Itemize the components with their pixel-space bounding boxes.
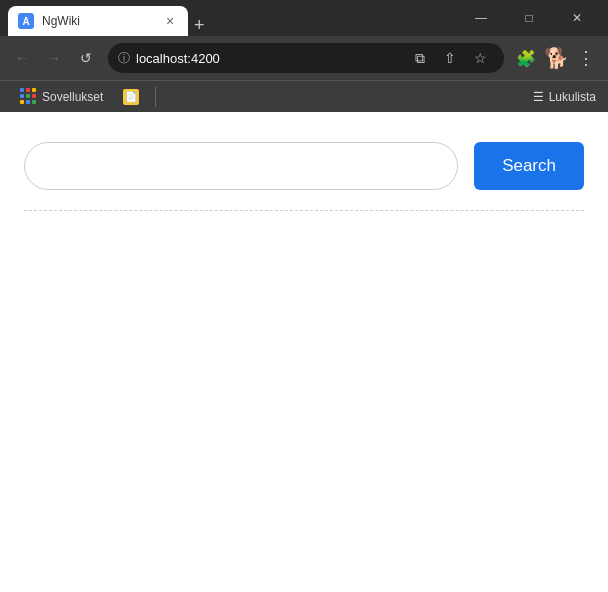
share-button[interactable]: ⇧ <box>436 44 464 72</box>
forward-button[interactable]: → <box>40 44 68 72</box>
page-content: Search <box>0 112 608 592</box>
tab-favicon: A <box>18 13 34 29</box>
maximize-button[interactable]: □ <box>506 2 552 34</box>
back-button[interactable]: ← <box>8 44 36 72</box>
tab-area: A NgWiki × + <box>8 0 450 36</box>
window-controls: — □ ✕ <box>458 2 600 34</box>
sovellukset-bookmark[interactable]: Sovellukset <box>12 85 111 108</box>
reading-list-icon: ☰ <box>533 90 544 104</box>
search-button[interactable]: Search <box>474 142 584 190</box>
bookmark-button[interactable]: ☆ <box>466 44 494 72</box>
search-input-wrap[interactable] <box>24 142 458 190</box>
search-input[interactable] <box>43 158 439 175</box>
address-actions: ⧉ ⇧ ☆ <box>406 44 494 72</box>
sovellukset-label: Sovellukset <box>42 90 103 104</box>
tab-close-button[interactable]: × <box>162 13 178 29</box>
browser-menu-button[interactable]: ⋮ <box>572 44 600 72</box>
active-tab[interactable]: A NgWiki × <box>8 6 188 36</box>
bookmark-separator <box>155 87 156 107</box>
address-input-wrap[interactable]: ⓘ localhost:4200 ⧉ ⇧ ☆ <box>108 43 504 73</box>
url-display: localhost:4200 <box>136 51 400 66</box>
secure-icon: ⓘ <box>118 50 130 67</box>
title-bar: A NgWiki × + — □ ✕ <box>0 0 608 36</box>
close-button[interactable]: ✕ <box>554 2 600 34</box>
open-external-button[interactable]: ⧉ <box>406 44 434 72</box>
extensions-area: 🧩 🐕 ⋮ <box>512 44 600 72</box>
tab-title: NgWiki <box>42 14 154 28</box>
search-row: Search <box>24 142 584 190</box>
extensions-button[interactable]: 🧩 <box>512 44 540 72</box>
note-bookmark[interactable]: 📄 <box>115 86 147 108</box>
bookmarks-bar: Sovellukset 📄 ☰ Lukulista <box>0 80 608 112</box>
reading-list-button[interactable]: ☰ Lukulista <box>533 90 596 104</box>
minimize-button[interactable]: — <box>458 2 504 34</box>
address-bar: ← → ↺ ⓘ localhost:4200 ⧉ ⇧ ☆ 🧩 🐕 ⋮ <box>0 36 608 80</box>
content-divider <box>24 210 584 211</box>
apps-grid-icon <box>20 88 37 105</box>
dog-extension-icon[interactable]: 🐕 <box>542 44 570 72</box>
reload-button[interactable]: ↺ <box>72 44 100 72</box>
new-tab-button[interactable]: + <box>188 15 211 36</box>
note-icon: 📄 <box>123 89 139 105</box>
reading-list-label: Lukulista <box>549 90 596 104</box>
